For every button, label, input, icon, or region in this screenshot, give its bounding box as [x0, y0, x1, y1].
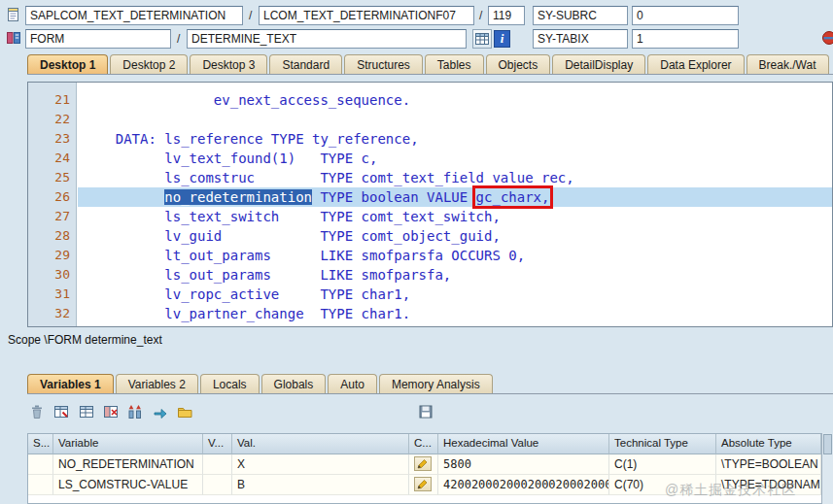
code-line[interactable]: 29 lt_out_params LIKE smofparsfa OCCURS … [28, 246, 832, 265]
tab-desktop-1[interactable]: Desktop 1 [27, 54, 108, 74]
code-line[interactable]: 23 DATA: ls_reference TYPE ty_reference, [28, 129, 832, 149]
cell-selection[interactable] [28, 475, 53, 495]
code-line[interactable]: 24 lv_text_found(1) TYPE c, [28, 149, 832, 168]
line-number[interactable]: 27 [28, 207, 77, 226]
folder-icon [177, 404, 192, 420]
cell-view[interactable] [203, 475, 232, 495]
line-number[interactable]: 30 [28, 265, 77, 285]
line-number[interactable]: 32 [28, 304, 77, 323]
tab-label: Structures [357, 58, 410, 72]
technical-type: C(1) [614, 457, 637, 471]
column-header-technical-type[interactable]: Technical Type [609, 434, 716, 454]
line-number[interactable]: 31 [28, 285, 77, 304]
column-header-v[interactable]: V... [203, 434, 232, 454]
absolute-type: \TYPE=BOOLEAN [721, 457, 818, 471]
tab-tables[interactable]: Tables [425, 54, 484, 74]
tab-data-explorer[interactable]: Data Explorer [647, 54, 744, 74]
include-field[interactable]: LCOM_TEXT_DETERMINATIONF07 [259, 6, 474, 25]
tab-memory-analysis[interactable]: Memory Analysis [379, 374, 493, 393]
variable-value: X [237, 457, 245, 471]
tab-objects[interactable]: Objects [486, 54, 551, 74]
tab-locals[interactable]: Locals [200, 374, 260, 393]
event-type-field[interactable]: FORM [25, 29, 171, 49]
code-line[interactable]: 30 ls_out_params LIKE smofparsfa, [28, 265, 832, 285]
table-scrollbar[interactable] [821, 433, 833, 504]
column-header-s[interactable]: S... [28, 434, 53, 454]
code-line[interactable]: 32 lv_partner_change TYPE char1. [28, 304, 832, 323]
code-line[interactable]: 25 ls_comstruc TYPE comt_text_field_valu… [28, 168, 832, 187]
edit-hex-button[interactable] [414, 477, 432, 491]
cell-selection[interactable] [28, 454, 53, 475]
display-grid-button[interactable] [472, 29, 492, 49]
tab-variables-2[interactable]: Variables 2 [116, 374, 198, 393]
column-header-absolute-type[interactable]: Absolute Type [716, 434, 821, 454]
line-number[interactable]: 25 [28, 168, 77, 187]
tab-desktop-3[interactable]: Desktop 3 [190, 54, 267, 74]
forward-button[interactable] [151, 402, 170, 421]
variable-value: B [237, 478, 245, 491]
tab-auto[interactable]: Auto [328, 374, 377, 393]
code-text: lt_out_params LIKE smofparsfa OCCURS 0, [78, 246, 832, 265]
grid-icon [474, 31, 490, 47]
tab-label: Variables 1 [40, 378, 101, 391]
sy-tabix-value-field[interactable]: 1 [632, 29, 739, 49]
tab-break-watchpoints[interactable]: Break./Wat [746, 54, 829, 74]
code-line[interactable]: 27 ls_text_switch TYPE comt_text_switch, [28, 207, 832, 226]
tab-structures[interactable]: Structures [344, 54, 423, 74]
code-line[interactable]: 21 ev_next_access_sequence. [28, 90, 832, 110]
sy-subrc-label-field[interactable]: SY-SUBRC [533, 6, 628, 25]
tab-standard[interactable]: Standard [269, 54, 342, 74]
column-header-hex-value[interactable]: Hexadecimal Value [438, 434, 609, 454]
line-number-field[interactable]: 119 [488, 6, 525, 25]
line-number[interactable]: 22 [28, 110, 77, 129]
code-line-current[interactable]: 26 no_redetermination TYPE boolean VALUE… [28, 187, 832, 207]
code-line[interactable]: 22 [28, 110, 832, 129]
event-type-value: FORM [30, 32, 64, 46]
table-delete-button[interactable] [101, 402, 121, 421]
column-header-variable[interactable]: Variable [53, 434, 203, 454]
variable-row[interactable]: LS_COMSTRUC-VALUE B 42002000200020002000… [28, 475, 821, 495]
variable-row[interactable]: NO_REDETERMINATION X 5800 C(1) \TYPE=BOO… [28, 454, 821, 475]
tab-detaildisplay[interactable]: DetailDisplay [552, 54, 645, 74]
tab-label: Desktop 2 [122, 58, 175, 72]
cell-view[interactable] [203, 454, 232, 475]
status-icon[interactable] [821, 30, 833, 48]
delete-variables-button[interactable] [27, 402, 47, 421]
separator-slash: / [177, 32, 180, 46]
info-button[interactable]: i [494, 30, 510, 48]
folder-button[interactable] [175, 402, 194, 421]
edit-hex-button[interactable] [414, 456, 432, 471]
sort-columns-button[interactable] [125, 402, 145, 421]
tab-label: Locals [213, 378, 247, 391]
event-name-field[interactable]: DETERMINE_TEXT [187, 29, 467, 49]
line-number[interactable]: 26 [28, 187, 77, 207]
table-display-button[interactable] [77, 402, 96, 421]
tab-desktop-2[interactable]: Desktop 2 [110, 54, 188, 74]
hex-value: 4200200020002000200020002000... [443, 478, 609, 491]
code-indent [83, 189, 164, 205]
table-edit-button[interactable] [52, 402, 71, 421]
line-number[interactable]: 28 [28, 226, 77, 246]
code-line[interactable]: 28 lv_guid TYPE comt_object_guid, [28, 226, 832, 246]
tab-label: DetailDisplay [565, 58, 633, 72]
code-editor[interactable]: 21 ev_next_access_sequence. 22 23 DATA: … [27, 82, 833, 327]
sy-subrc-value-field[interactable]: 0 [632, 6, 739, 25]
cell-value: X [232, 454, 409, 475]
info-icon: i [501, 31, 504, 46]
selected-variable-text: no_redetermination [164, 189, 312, 205]
line-number[interactable]: 23 [28, 129, 77, 149]
column-header-val[interactable]: Val. [232, 434, 409, 454]
tab-variables-1[interactable]: Variables 1 [27, 374, 114, 393]
line-number[interactable]: 24 [28, 149, 77, 168]
line-number[interactable]: 29 [28, 246, 77, 265]
scrollbar-thumb[interactable] [823, 434, 832, 454]
save-button[interactable] [416, 402, 435, 421]
line-number[interactable]: 21 [28, 90, 77, 110]
table-icon [79, 404, 94, 420]
tab-globals[interactable]: Globals [261, 374, 327, 393]
program-field[interactable]: SAPLCOM_TEXT_DETERMINATION [25, 6, 243, 25]
tab-label: Globals [274, 378, 314, 391]
column-header-c[interactable]: C... [409, 434, 438, 454]
sy-tabix-label-field[interactable]: SY-TABIX [533, 29, 628, 49]
code-line[interactable]: 31 lv_ropc_active TYPE char1, [28, 285, 832, 304]
